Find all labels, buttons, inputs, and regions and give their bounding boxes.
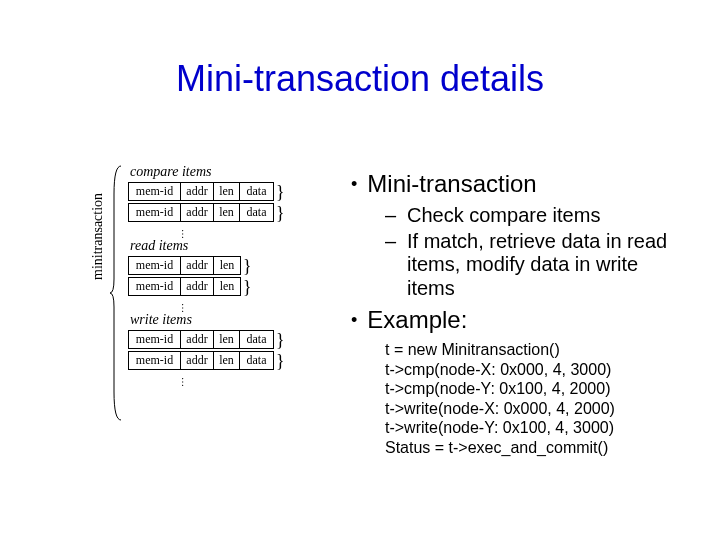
table-row: mem-idaddrlen} — [128, 277, 328, 296]
sub-bullet-text: If match, retrieve data in read items, m… — [407, 230, 680, 301]
ellipsis-icon: … — [181, 377, 191, 387]
cell-addr: addr — [181, 331, 214, 348]
minitransaction-diagram: minitransaction compare itemsmem-idaddrl… — [100, 170, 335, 500]
diagram-left-brace — [110, 164, 122, 422]
table-row: mem-idaddrlendata} — [128, 351, 328, 370]
cell-len: len — [214, 352, 240, 369]
cell-mem-id: mem-id — [129, 257, 181, 274]
bullet-dot-icon: • — [351, 310, 357, 330]
bullet-text: Example: — [367, 306, 467, 333]
cell-addr: addr — [181, 204, 214, 221]
sub-bullet-text: Check compare items — [407, 204, 600, 228]
cell-len: len — [214, 331, 240, 348]
example-code-block: t = new Minitransaction()t->cmp(node-X: … — [385, 340, 680, 457]
cell-mem-id: mem-id — [129, 331, 181, 348]
cell-len: len — [214, 204, 240, 221]
table-row: mem-idaddrlen} — [128, 256, 328, 275]
group-label: write items — [130, 312, 328, 328]
sub-bullet: –If match, retrieve data in read items, … — [385, 230, 680, 301]
row-brace-icon: } — [276, 354, 285, 368]
table-row: mem-idaddrlendata} — [128, 182, 328, 201]
cell-mem-id: mem-id — [129, 352, 181, 369]
slide-title: Mini-transaction details — [0, 58, 720, 100]
code-line: t->write(node-X: 0x000, 4, 2000) — [385, 399, 680, 419]
table-row: mem-idaddrlendata} — [128, 203, 328, 222]
cell-data: data — [240, 352, 273, 369]
cell-addr: addr — [181, 278, 214, 295]
cell-data: data — [240, 331, 273, 348]
cell-len: len — [214, 183, 240, 200]
code-line: t = new Minitransaction() — [385, 340, 680, 360]
ellipsis-icon: … — [181, 229, 191, 239]
bullet-mini-transaction: •Mini-transaction — [351, 170, 680, 198]
cell-addr: addr — [181, 257, 214, 274]
ellipsis-icon: … — [181, 303, 191, 313]
cell-len: len — [214, 257, 240, 274]
bullet-dot-icon: • — [351, 174, 357, 194]
sub-bullet: –Check compare items — [385, 204, 680, 228]
code-line: t->cmp(node-X: 0x000, 4, 3000) — [385, 360, 680, 380]
cell-len: len — [214, 278, 240, 295]
bullet-example: •Example: — [351, 306, 680, 334]
table-row: mem-idaddrlendata} — [128, 330, 328, 349]
diagram-vertical-label: minitransaction — [90, 193, 106, 280]
row-brace-icon: } — [243, 259, 252, 273]
code-line: t->write(node-Y: 0x100, 4, 3000) — [385, 418, 680, 438]
bullet-text: Mini-transaction — [367, 170, 536, 197]
dash-icon: – — [385, 230, 397, 301]
cell-data: data — [240, 204, 273, 221]
bullet-column: •Mini-transaction –Check compare items–I… — [335, 170, 680, 500]
dash-icon: – — [385, 204, 397, 228]
code-line: Status = t->exec_and_commit() — [385, 438, 680, 458]
cell-addr: addr — [181, 183, 214, 200]
row-brace-icon: } — [276, 185, 285, 199]
slide-body: minitransaction compare itemsmem-idaddrl… — [100, 170, 680, 500]
row-brace-icon: } — [276, 333, 285, 347]
group-label: compare items — [130, 164, 328, 180]
code-line: t->cmp(node-Y: 0x100, 4, 2000) — [385, 379, 680, 399]
cell-data: data — [240, 183, 273, 200]
row-brace-icon: } — [243, 280, 252, 294]
cell-addr: addr — [181, 352, 214, 369]
group-label: read items — [130, 238, 328, 254]
cell-mem-id: mem-id — [129, 278, 181, 295]
cell-mem-id: mem-id — [129, 183, 181, 200]
row-brace-icon: } — [276, 206, 285, 220]
cell-mem-id: mem-id — [129, 204, 181, 221]
